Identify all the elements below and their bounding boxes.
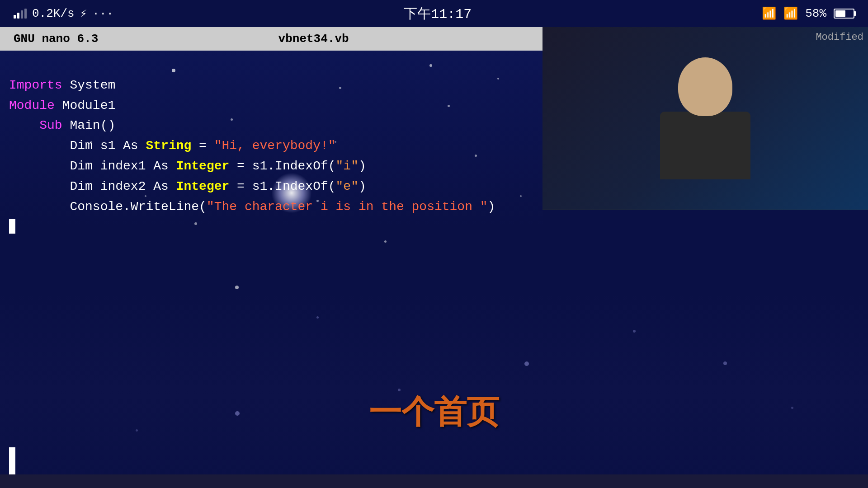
star-15 [235, 286, 239, 289]
signal-icon [14, 9, 27, 19]
subtitle-text: 一个首页 [369, 390, 499, 434]
modified-label: Modified [816, 32, 863, 43]
person-head [678, 57, 732, 116]
bluetooth-icon: 📶 [762, 6, 776, 21]
code-indent7 [9, 200, 70, 214]
bottom-star-4 [136, 429, 138, 432]
keyword-dim2: Dim [70, 159, 92, 173]
type-string: String [138, 139, 192, 153]
string-e: "e" [336, 179, 359, 193]
person-silhouette [660, 57, 750, 179]
code-eq2: = [229, 159, 252, 173]
code-indexof1: s1.IndexOf( [252, 159, 336, 173]
code-as3: As [153, 179, 169, 193]
battery-indicator [834, 9, 854, 19]
dots-menu: ··· [92, 7, 113, 20]
wifi-icon: 📶 [783, 6, 798, 21]
star-13 [520, 195, 522, 197]
code-indent6 [9, 179, 70, 193]
bottom-area: 一个首页 [0, 294, 868, 488]
code-close3: ) [488, 200, 495, 214]
code-as2: As [153, 159, 169, 173]
bottom-star-1 [524, 361, 529, 366]
code-index2: index2 [93, 179, 153, 193]
code-editor[interactable]: Imports System Module Module1 Sub Main()… [0, 51, 504, 262]
string-i: "i" [336, 159, 359, 173]
network-speed: 0.2K/s [32, 7, 75, 20]
keyword-sub: Sub [39, 118, 62, 132]
type-integer2: Integer [169, 179, 229, 193]
keyword-dim3: Dim [70, 179, 92, 193]
status-left: 0.2K/s ⚡ ··· [14, 6, 113, 21]
string-thechar: "The character i is in the position " [207, 200, 488, 214]
webcam-feed [542, 27, 868, 210]
code-as1: As [123, 139, 138, 153]
code-indexof2: s1.IndexOf( [252, 179, 336, 193]
bottom-star-5 [316, 316, 319, 319]
webcam-overlay: Modified [542, 27, 868, 210]
bottom-star-2 [235, 411, 240, 416]
code-index1: index1 [93, 159, 153, 173]
code-indent3 [9, 118, 39, 132]
text-cursor [9, 219, 15, 234]
code-main: Main() [62, 118, 116, 132]
code-indent4 [9, 139, 70, 153]
keyword-module: Module [9, 99, 55, 113]
code-eq3: = [229, 179, 252, 193]
code-close1: ) [359, 159, 366, 173]
code-eq1: = [191, 139, 214, 153]
bottom-star-8 [791, 407, 793, 409]
nano-app-title: GNU nano 6.3 [14, 32, 98, 46]
nano-header: GNU nano 6.3 vbnet34.vb [0, 27, 542, 51]
bottom-cursor [9, 447, 15, 474]
keyword-dim1: Dim [70, 139, 92, 153]
usb-icon: ⚡ [80, 6, 87, 21]
code-system: System [62, 78, 116, 92]
bottom-star-6 [633, 330, 636, 333]
code-close2: ) [359, 179, 366, 193]
person-body [660, 112, 750, 179]
status-right: 📶 📶 58% [762, 6, 854, 21]
type-integer1: Integer [169, 159, 229, 173]
clock: 下午11:17 [404, 5, 472, 23]
code-indent5 [9, 159, 70, 173]
bottom-star-7 [723, 361, 727, 365]
code-s1: s1 [93, 139, 123, 153]
nano-filename: vbnet34.vb [98, 32, 529, 46]
code-module1: Module1 [55, 99, 115, 113]
code-writeline: Console.WriteLine( [70, 200, 206, 214]
keyword-imports: Imports [9, 78, 62, 92]
status-bar: 0.2K/s ⚡ ··· 下午11:17 📶 📶 58% [0, 0, 868, 27]
bottom-bar [0, 474, 868, 488]
string-hi: "Hi, everybody!" [214, 139, 336, 153]
battery-percent: 58% [805, 7, 826, 20]
